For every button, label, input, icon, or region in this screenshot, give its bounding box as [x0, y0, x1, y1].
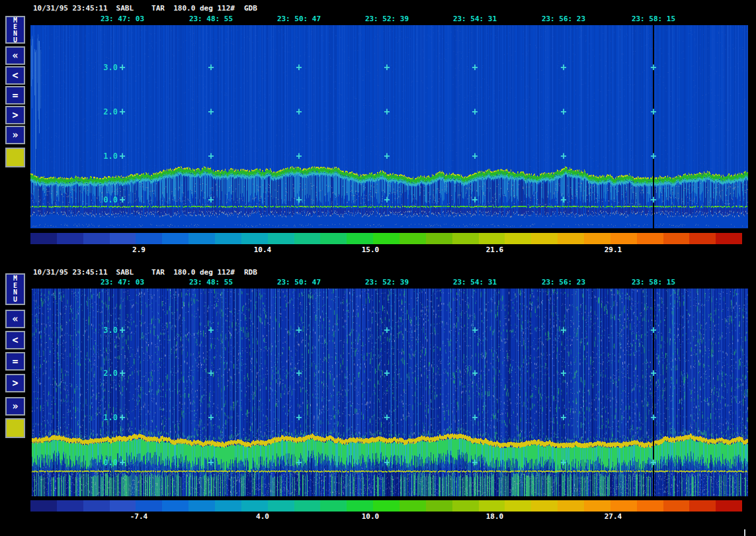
colorbar-label: -7.4: [116, 512, 162, 521]
colorbar-segment: [505, 233, 531, 244]
grid-plus-marker: +: [558, 195, 569, 205]
colorbar-segment: [57, 233, 83, 244]
grid-plus-marker: +: [470, 326, 480, 335]
colorbar-segment: [689, 233, 716, 244]
time-tick-label: 23: 52: 39: [357, 278, 417, 287]
colorbar-label: 29.1: [590, 246, 636, 254]
header-datetime: 10/31/95 23:45:11: [33, 4, 108, 13]
header-target: TAR 180.0 deg 112#: [151, 4, 235, 13]
colorbar-segment: [294, 233, 321, 244]
colorbar-segment: [162, 233, 189, 244]
colorbar-label: 4.0: [239, 512, 286, 521]
colorbar-segment: [479, 500, 505, 512]
fast-forward-button[interactable]: »: [5, 126, 25, 144]
window-resize-tick: [744, 529, 745, 536]
grid-plus-marker: +: [294, 195, 304, 205]
grid-plus-marker: +: [382, 369, 392, 379]
grid-plus-marker: +: [470, 107, 480, 117]
colorbar-segment: [479, 233, 505, 244]
grid-plus-marker: +: [558, 63, 569, 73]
time-tick-label: 23: 50: 47: [269, 15, 329, 23]
time-tick-label: 23: 47: 03: [93, 15, 152, 23]
colorbar-label: 10.4: [239, 246, 286, 254]
grid-plus-marker: +: [648, 458, 659, 468]
grid-plus-marker: +: [558, 152, 569, 161]
color-swatch-button[interactable]: [5, 148, 25, 167]
colorbar-segment: [584, 500, 610, 512]
panel-gdb-header: 10/31/95 23:45:11SABLTAR 180.0 deg 112#G…: [33, 4, 257, 13]
colorbar-label: 21.6: [472, 246, 518, 254]
grid-plus-marker: +: [206, 195, 216, 205]
grid-plus-marker: +: [294, 63, 304, 73]
colorbar-label: 2.9: [116, 246, 162, 254]
grid-plus-marker: +: [206, 63, 216, 73]
menu-letter: N: [13, 289, 17, 296]
colorbar-segment: [373, 500, 399, 512]
colorbar-segment: [83, 233, 110, 244]
grid-plus-marker: +: [382, 195, 392, 205]
colorbar-segment: [320, 500, 347, 512]
grid-plus-marker: +: [558, 326, 569, 335]
step-forward-button[interactable]: >: [5, 374, 25, 392]
sabl-display: 10/31/95 23:45:11SABLTAR 180.0 deg 112#G…: [0, 0, 756, 536]
grid-plus-marker: +: [558, 369, 569, 379]
colorbar-segment: [452, 500, 479, 512]
grid-plus-marker: +: [117, 326, 128, 335]
grid-plus-marker: +: [382, 458, 392, 468]
grid-plus-marker: +: [470, 63, 480, 73]
grid-plus-marker: +: [206, 369, 216, 379]
colorbar-segment: [637, 233, 663, 244]
pause-button[interactable]: =: [5, 86, 25, 105]
colorbar-segment: [30, 500, 57, 512]
fast-forward-button[interactable]: »: [5, 397, 25, 416]
pause-button[interactable]: =: [5, 352, 25, 371]
grid-plus-marker: +: [558, 413, 569, 423]
grid-plus-marker: +: [470, 458, 480, 468]
color-swatch-button[interactable]: [5, 418, 25, 438]
header-target: TAR 180.0 deg 112#: [151, 268, 235, 277]
menu-button[interactable]: MENU: [5, 273, 25, 305]
grid-plus-marker: +: [294, 326, 304, 335]
colorbar-segment: [663, 233, 690, 244]
grid-plus-marker: +: [648, 369, 659, 379]
time-tick-label: 23: 47: 03: [93, 278, 152, 287]
menu-letter: E: [13, 283, 17, 289]
time-tick-label: 23: 52: 39: [357, 15, 417, 23]
colorbar-segment: [663, 500, 690, 512]
time-tick-label: 23: 58: 15: [624, 278, 683, 287]
menu-letter: U: [13, 37, 17, 44]
altitude-label: 3.0: [91, 63, 118, 72]
colorbar-segment: [241, 500, 268, 512]
colorbar-segment: [30, 233, 57, 244]
altitude-label: 0.0: [91, 458, 118, 467]
fast-rewind-button[interactable]: «: [5, 46, 25, 65]
colorbar-segment: [215, 500, 241, 512]
colorbar: [30, 500, 742, 512]
header-channel: GDB: [244, 4, 257, 13]
header-datetime: 10/31/95 23:45:11: [33, 268, 108, 277]
grid-plus-marker: +: [648, 195, 659, 205]
colorbar: [30, 233, 742, 244]
colorbar-segment: [215, 233, 241, 244]
grid-plus-marker: +: [382, 63, 392, 73]
altitude-label: 2.0: [91, 107, 118, 116]
grid-plus-marker: +: [206, 326, 216, 335]
grid-plus-marker: +: [470, 369, 480, 379]
grid-plus-marker: +: [648, 107, 659, 117]
colorbar-segment: [558, 500, 584, 512]
altitude-label: 3.0: [91, 326, 118, 335]
step-back-button[interactable]: <: [5, 66, 25, 85]
altitude-label: 1.0: [91, 152, 118, 161]
grid-plus-marker: +: [382, 413, 392, 423]
step-forward-button[interactable]: >: [5, 106, 25, 124]
grid-plus-marker: +: [117, 369, 128, 379]
colorbar-segment: [399, 233, 426, 244]
colorbar-segment: [136, 500, 162, 512]
step-back-button[interactable]: <: [5, 331, 25, 349]
grid-plus-marker: +: [470, 195, 480, 205]
grid-plus-marker: +: [382, 152, 392, 161]
colorbar-segment: [426, 233, 452, 244]
grid-plus-marker: +: [206, 152, 216, 161]
menu-button[interactable]: MENU: [5, 16, 25, 44]
fast-rewind-button[interactable]: «: [5, 310, 25, 328]
